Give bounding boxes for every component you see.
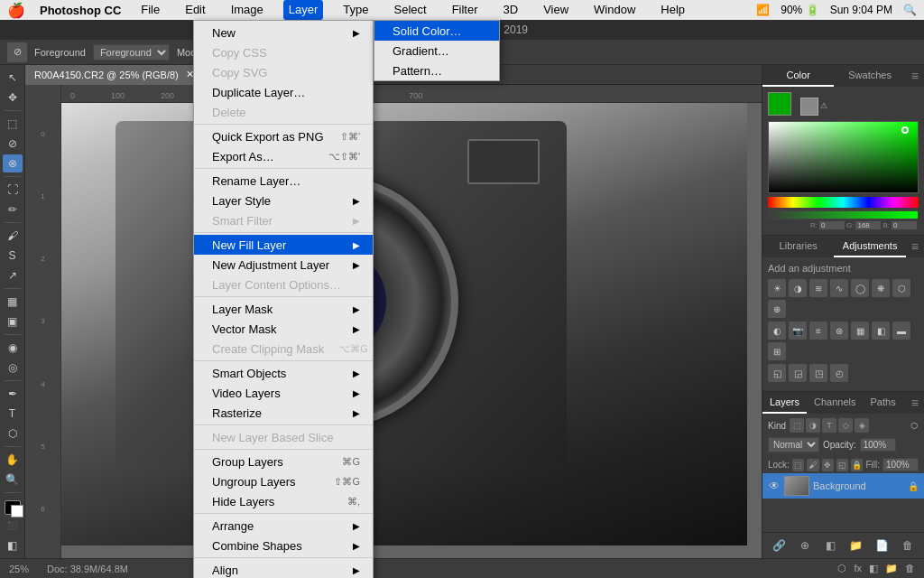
hand-tool[interactable]: ✋ <box>3 451 23 469</box>
heal-tool[interactable]: 🖌 <box>3 227 23 245</box>
adj-bw[interactable]: ◐ <box>768 322 786 340</box>
filter-type[interactable]: T <box>822 418 836 433</box>
adj-colorbalance[interactable]: ⊕ <box>768 300 786 318</box>
foreground-select[interactable]: Foreground <box>93 44 170 61</box>
wand-tool[interactable]: ⊗ <box>3 154 23 172</box>
new-group-icon[interactable]: 📁 <box>847 536 865 555</box>
marquee-tool[interactable]: ⬚ <box>3 115 23 133</box>
menu-view[interactable]: View <box>538 0 574 20</box>
search-icon[interactable]: 🔍 <box>903 4 917 16</box>
pen-tool[interactable]: ✒ <box>3 385 23 403</box>
panel-menu-icon[interactable]: ≡ <box>906 65 924 87</box>
adj-exposure[interactable]: ◯ <box>851 279 869 297</box>
status-icon-4[interactable]: 🗑 <box>905 563 915 574</box>
fill-input[interactable] <box>882 458 919 471</box>
anti-alias-checkbox[interactable] <box>268 45 280 57</box>
crop-tool[interactable]: ⛶ <box>3 181 23 199</box>
default-colors[interactable]: ⬛ <box>3 517 23 535</box>
delete-layer-icon[interactable]: 🗑 <box>899 536 917 555</box>
tab-libraries[interactable]: Libraries <box>762 236 834 257</box>
adj-contrast[interactable]: ◑ <box>789 279 807 297</box>
background-color-swatch[interactable] <box>795 92 818 116</box>
adj-photo[interactable]: 📷 <box>789 322 807 340</box>
contiguous-checkbox[interactable] <box>332 45 344 57</box>
gradient-tool[interactable]: ▣ <box>3 312 23 331</box>
blur-tool[interactable]: ◉ <box>3 339 23 357</box>
blend-mode-select[interactable]: Normal <box>768 437 819 452</box>
menu-3d[interactable]: 3D <box>498 0 524 20</box>
foreground-color-swatch[interactable] <box>768 92 791 116</box>
eraser-tool[interactable]: ▦ <box>3 293 23 311</box>
tab-layers[interactable]: Layers <box>762 392 807 414</box>
color-spectrum[interactable] <box>768 121 919 193</box>
lock-all[interactable]: 🔒 <box>851 459 863 471</box>
foreground-color[interactable] <box>5 500 21 516</box>
menu-type[interactable]: Type <box>337 0 374 20</box>
adj-channel[interactable]: ≡ <box>809 322 827 340</box>
tab-channels[interactable]: Channels <box>807 392 863 414</box>
mode-select[interactable]: Norm <box>211 44 261 61</box>
adj-extra3[interactable]: ◳ <box>809 364 827 382</box>
add-mask-icon[interactable]: ◧ <box>821 536 839 555</box>
tab-adjustments[interactable]: Adjustments <box>834 236 905 257</box>
adj-posterize[interactable]: ▦ <box>851 322 869 340</box>
eyedropper-tool[interactable]: ✏ <box>3 200 23 219</box>
adj-extra2[interactable]: ◲ <box>789 364 807 382</box>
add-style-icon[interactable]: ⊕ <box>796 536 814 555</box>
adj-extra4[interactable]: ◴ <box>830 364 848 382</box>
all-layers-checkbox[interactable] <box>406 45 418 57</box>
anti-alias-label[interactable]: Anti-alias <box>268 45 325 59</box>
opacity-slider[interactable] <box>768 210 919 219</box>
lock-artboard[interactable]: ◱ <box>836 459 848 471</box>
tab-color[interactable]: Color <box>762 65 834 87</box>
adj-gradient-map[interactable]: ▬ <box>892 322 910 340</box>
adj-vibrance[interactable]: ❋ <box>872 279 890 297</box>
adj-hue[interactable]: ⬡ <box>892 279 910 297</box>
artboard-tool[interactable]: ✥ <box>3 89 23 107</box>
menu-window[interactable]: Window <box>588 0 641 20</box>
quick-mask[interactable]: ◧ <box>3 536 23 555</box>
shape-tool[interactable]: ⬡ <box>3 424 23 443</box>
filter-adjustment[interactable]: ◑ <box>806 418 820 433</box>
filter-smart[interactable]: ◈ <box>855 418 869 433</box>
menu-help[interactable]: Help <box>655 0 690 20</box>
layers-menu-icon[interactable]: ≡ <box>906 392 924 414</box>
zoom-tool[interactable]: 🔍 <box>3 471 23 489</box>
hue-slider[interactable] <box>768 197 919 208</box>
menu-edit[interactable]: Edit <box>180 0 210 20</box>
adj-selective[interactable]: ⊞ <box>768 342 786 360</box>
menu-file[interactable]: File <box>135 0 165 20</box>
opacity-input[interactable] <box>860 438 896 452</box>
adj-invert[interactable]: ⊛ <box>830 322 848 340</box>
type-tool[interactable]: T <box>3 405 23 423</box>
menu-select[interactable]: Select <box>388 0 431 20</box>
contiguous-label[interactable]: Contiguous <box>332 45 399 59</box>
new-layer-icon[interactable]: 📄 <box>873 536 891 555</box>
apple-logo[interactable]: 🍎 <box>7 2 25 19</box>
lock-position[interactable]: ✥ <box>822 459 834 471</box>
adj-levels[interactable]: ≋ <box>809 279 827 297</box>
adj-threshold[interactable]: ◧ <box>872 322 890 340</box>
lock-image[interactable]: 🖌 <box>807 459 818 471</box>
layer-item[interactable]: 👁 Background 🔒 <box>762 473 924 499</box>
filter-shape[interactable]: ◇ <box>838 418 853 433</box>
filter-toggle[interactable]: ○ <box>910 417 919 434</box>
status-icon-3[interactable]: 📁 <box>885 563 898 574</box>
adj-brightness[interactable]: ☀ <box>768 279 786 297</box>
menu-layer[interactable]: Layer <box>283 0 324 20</box>
adj-extra1[interactable]: ◱ <box>768 364 786 382</box>
tab-swatches[interactable]: Swatches <box>834 65 905 87</box>
status-icon-1[interactable]: ⬡ <box>837 563 846 574</box>
close-tab-icon[interactable]: ✕ <box>186 69 194 80</box>
layer-visibility-icon[interactable]: 👁 <box>768 480 781 492</box>
move-tool[interactable]: ↖ <box>3 69 23 87</box>
adj-curves[interactable]: ∿ <box>830 279 848 297</box>
tab-paths[interactable]: Paths <box>864 392 903 414</box>
menu-filter[interactable]: Filter <box>447 0 484 20</box>
lasso-tool[interactable]: ⊘ <box>3 135 23 153</box>
clone-tool[interactable]: ↗ <box>3 266 23 284</box>
document-tab[interactable]: R00A4150.CR2 @ 25% (RGB/8) ✕ <box>25 65 204 85</box>
menu-image[interactable]: Image <box>226 0 269 20</box>
all-layers-label[interactable]: All Layers <box>406 45 466 59</box>
dodge-tool[interactable]: ◎ <box>3 359 23 377</box>
